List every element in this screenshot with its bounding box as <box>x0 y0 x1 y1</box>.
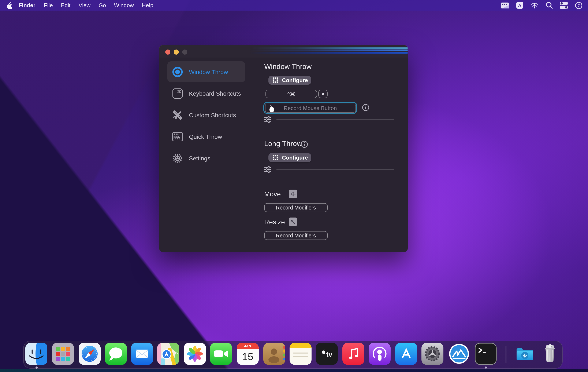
dock-divider <box>505 346 506 363</box>
menu-edit[interactable]: Edit <box>61 2 71 9</box>
clear-icon: × <box>321 91 325 97</box>
dock-icon-app-store[interactable] <box>395 343 417 365</box>
shortcut-value: ^⌘ <box>287 91 295 97</box>
running-indicator-finder <box>35 366 37 369</box>
menu-go[interactable]: Go <box>99 2 106 9</box>
resize-record-modifiers-button[interactable]: Record Modifiers <box>264 231 328 240</box>
window-throw-title: Window Throw <box>264 63 312 71</box>
grid-icon <box>273 155 278 160</box>
window-throw-configure-button[interactable]: Configure <box>268 76 311 85</box>
dock-icon-podcasts[interactable] <box>369 343 391 365</box>
dock-icon-facetime[interactable] <box>210 343 232 365</box>
menu-view[interactable]: View <box>79 2 91 9</box>
desktop-screen: Finder File Edit View Go Window Help A <box>0 0 588 372</box>
dock-icon-mail[interactable] <box>131 343 153 365</box>
dock-icon-maps[interactable] <box>157 343 179 365</box>
dock-icon-music[interactable] <box>342 343 364 365</box>
info-icon[interactable] <box>362 104 369 111</box>
menu-window[interactable]: Window <box>114 2 134 9</box>
menu-help[interactable]: Help <box>142 2 153 9</box>
svg-text:7: 7 <box>578 3 580 8</box>
dock-icon-mountain-app[interactable] <box>448 343 470 365</box>
long-throw-configure-button[interactable]: Configure <box>268 153 311 162</box>
dock-icon-safari[interactable] <box>79 343 101 365</box>
app-window: Window Throw ⌘ Keyboard Shortcuts <box>159 45 408 252</box>
dock-icon-downloads[interactable] <box>513 343 535 365</box>
move-label: Move <box>264 190 281 198</box>
dock-icon-notes[interactable] <box>290 343 312 365</box>
configure-label: Configure <box>282 154 308 161</box>
control-center-icon[interactable] <box>560 1 568 9</box>
dock-icon-launchpad[interactable] <box>52 343 74 365</box>
shortcut-field[interactable]: ^⌘ <box>265 90 317 98</box>
svg-text:15: 15 <box>242 351 253 362</box>
dock-icon-contacts[interactable] <box>263 343 285 365</box>
move-cross-icon <box>289 190 297 198</box>
mouse-icon <box>269 105 274 112</box>
dock-icon-terminal[interactable] <box>475 343 497 365</box>
configure-label: Configure <box>282 77 308 83</box>
menu-file[interactable]: File <box>44 2 53 9</box>
section-divider <box>276 119 394 120</box>
dock-icon-system-preferences[interactable] <box>421 343 443 365</box>
move-record-modifiers-button[interactable]: Record Modifiers <box>264 203 328 212</box>
grid-icon <box>273 77 278 83</box>
record-mouse-placeholder: Record Mouse Button <box>284 105 337 111</box>
wifi-alert-icon[interactable] <box>530 2 539 9</box>
long-throw-title: Long Throw <box>264 140 302 148</box>
dock-icon-trash[interactable] <box>539 343 561 365</box>
dock-icon-tv[interactable]: tv <box>316 343 338 365</box>
sliders-icon[interactable] <box>264 116 271 123</box>
running-indicator-terminal <box>485 366 487 369</box>
resize-label: Resize <box>264 218 285 226</box>
sliders-icon[interactable] <box>264 166 271 173</box>
dock-icon-photos[interactable] <box>184 343 206 365</box>
circle-7-icon[interactable]: 7 <box>575 1 582 9</box>
record-mouse-button-field[interactable]: Record Mouse Button <box>263 102 357 114</box>
info-icon[interactable] <box>301 141 308 148</box>
resize-diagonal-icon <box>289 218 297 226</box>
spotlight-search-icon[interactable] <box>546 2 553 9</box>
section-divider <box>276 169 394 170</box>
record-modifiers-label: Record Modifiers <box>276 205 316 210</box>
menu-app-name[interactable]: Finder <box>19 2 35 9</box>
dock-icon-calendar[interactable]: JAN 15 <box>237 343 259 365</box>
dock-icon-messages[interactable] <box>105 343 127 365</box>
svg-text:tv: tv <box>326 351 333 358</box>
svg-text:JAN: JAN <box>244 344 251 348</box>
keyboard-icon[interactable] <box>501 2 509 9</box>
svg-text:A: A <box>518 3 521 8</box>
input-a-icon[interactable]: A <box>516 2 523 9</box>
menu-bar: Finder File Edit View Go Window Help A <box>0 0 588 11</box>
record-modifiers-label: Record Modifiers <box>276 232 316 239</box>
wallpaper-bottom-edge <box>0 369 588 372</box>
clear-shortcut-button[interactable]: × <box>318 90 328 98</box>
dock-icon-finder[interactable] <box>25 343 47 365</box>
apple-menu-icon[interactable] <box>6 1 12 9</box>
